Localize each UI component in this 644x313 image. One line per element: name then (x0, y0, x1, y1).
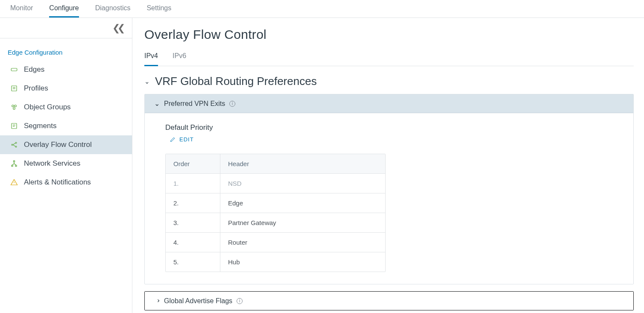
section-caret-icon[interactable]: ⌄ (144, 78, 150, 85)
page-title: Overlay Flow Control (144, 27, 634, 42)
info-icon[interactable]: i (229, 101, 235, 107)
svg-point-14 (15, 146, 17, 147)
tab-ipv6[interactable]: IPv6 (173, 52, 186, 66)
table-row: 1. NSD (166, 173, 385, 193)
edit-button-label: EDIT (179, 136, 194, 143)
cell-order: 3. (166, 213, 220, 232)
sidebar-item-label: Object Groups (24, 103, 71, 111)
tab-ipv4[interactable]: IPv4 (144, 52, 158, 66)
sidebar-item-label: Alerts & Notifications (24, 178, 91, 187)
main-content: Overlay Flow Control IPv4 IPv6 ⌄ VRF Glo… (132, 18, 644, 313)
svg-rect-17 (14, 161, 15, 162)
panel-header[interactable]: ⌄ Global Advertise Flags i (145, 292, 633, 310)
svg-line-22 (14, 164, 16, 165)
sidebar-item-network-services[interactable]: Network Services (0, 154, 132, 173)
panel-title: Preferred VPN Exits (164, 100, 225, 108)
info-icon[interactable]: i (237, 298, 243, 304)
alerts-icon (10, 178, 18, 186)
svg-rect-18 (12, 165, 13, 167)
table-row: 2. Edge (166, 193, 385, 213)
section-title: VRF Global Routing Preferences (155, 75, 317, 88)
tab-configure[interactable]: Configure (49, 0, 79, 18)
cell-header: NSD (220, 174, 249, 193)
sidebar-item-edges[interactable]: Edges (0, 60, 132, 79)
svg-line-15 (13, 143, 15, 145)
sidebar-item-profiles[interactable]: Profiles (0, 79, 132, 98)
sidebar: ❮❮ Edge Configuration Edges Profiles Obj… (0, 18, 132, 313)
svg-line-16 (13, 145, 15, 146)
chevron-down-icon: ⌄ (154, 99, 160, 108)
col-header-header: Header (220, 154, 257, 173)
svg-point-12 (12, 144, 13, 146)
svg-rect-9 (12, 123, 17, 129)
cell-header: Partner Gateway (220, 213, 284, 232)
network-icon (10, 160, 18, 167)
sidebar-item-alerts[interactable]: Alerts & Notifications (0, 173, 132, 192)
sidebar-item-overlay-flow-control[interactable]: Overlay Flow Control (0, 135, 132, 154)
table-row: 4. Router (166, 232, 385, 252)
tab-diagnostics[interactable]: Diagnostics (95, 0, 131, 18)
svg-rect-0 (11, 68, 17, 71)
sidebar-item-label: Overlay Flow Control (24, 140, 92, 149)
cell-header: Hub (220, 252, 248, 272)
priority-table: Order Header 1. NSD 2. Edge 3. Partner G… (165, 154, 386, 272)
ip-tabs: IPv4 IPv6 (144, 52, 634, 66)
svg-point-8 (13, 108, 15, 110)
sidebar-item-label: Profiles (24, 84, 48, 93)
sidebar-item-label: Segments (24, 122, 57, 130)
tab-settings[interactable]: Settings (146, 0, 171, 18)
top-nav: Monitor Configure Diagnostics Settings (0, 0, 644, 18)
edge-icon (10, 66, 18, 73)
svg-rect-3 (12, 86, 17, 91)
cell-header: Edge (220, 193, 251, 213)
table-header-row: Order Header (166, 154, 385, 173)
edit-button[interactable]: EDIT (170, 136, 194, 143)
table-row: 3. Partner Gateway (166, 213, 385, 232)
svg-point-6 (12, 105, 14, 107)
sidebar-item-segments[interactable]: Segments (0, 117, 132, 135)
svg-point-7 (15, 105, 17, 107)
flow-icon (10, 141, 18, 149)
sidebar-item-object-groups[interactable]: Object Groups (0, 98, 132, 117)
svg-point-13 (15, 142, 17, 143)
sidebar-section-title: Edge Configuration (0, 38, 132, 60)
cell-order: 2. (166, 193, 220, 213)
cell-order: 1. (166, 174, 220, 193)
default-priority-title: Default Priority (165, 123, 613, 132)
sidebar-item-label: Edges (24, 65, 44, 74)
collapse-sidebar-icon[interactable]: ❮❮ (112, 23, 123, 34)
table-row: 5. Hub (166, 252, 385, 272)
pencil-icon (170, 136, 176, 143)
panel-header[interactable]: ⌄ Preferred VPN Exits i (145, 94, 633, 113)
object-groups-icon (10, 103, 18, 111)
tab-monitor[interactable]: Monitor (10, 0, 33, 18)
panel-title: Global Advertise Flags (164, 297, 232, 305)
global-advertise-flags-panel: ⌄ Global Advertise Flags i (144, 291, 634, 310)
svg-rect-19 (15, 165, 17, 167)
chevron-right-icon: ⌄ (153, 298, 161, 304)
cell-header: Router (220, 233, 255, 252)
segments-icon (10, 122, 18, 130)
cell-order: 4. (166, 233, 220, 252)
svg-line-21 (12, 164, 15, 165)
col-header-order: Order (166, 154, 220, 173)
preferred-vpn-exits-panel: ⌄ Preferred VPN Exits i Default Priority… (144, 94, 634, 284)
profile-icon (10, 85, 18, 92)
sidebar-item-label: Network Services (24, 159, 80, 168)
cell-order: 5. (166, 252, 220, 272)
